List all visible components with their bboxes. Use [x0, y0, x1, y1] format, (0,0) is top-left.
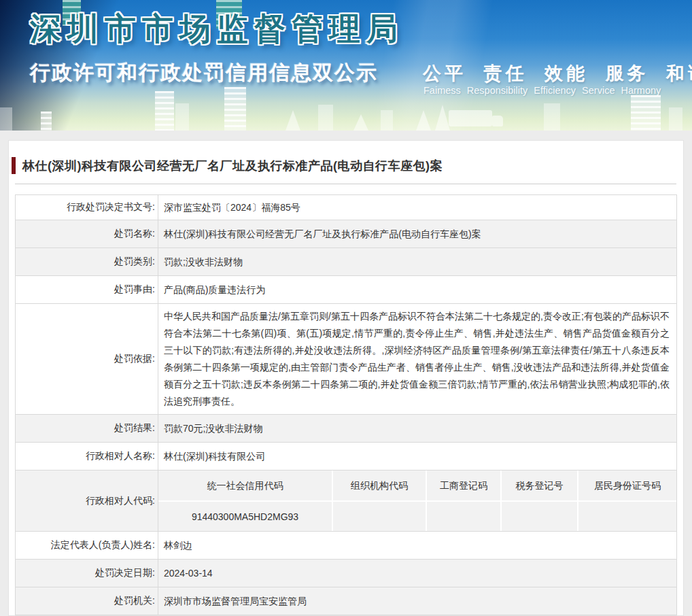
agency-title: 深圳市市场监督管理局 — [30, 8, 404, 50]
codes-cell-value — [426, 500, 500, 531]
codes-cell-value: 91440300MA5HD2MG93 — [158, 500, 332, 531]
row-label: 行政相对人名称: — [16, 443, 158, 470]
codes-column-header: 税务登记号 — [500, 470, 577, 500]
red-accent-bar — [12, 157, 16, 174]
row-value: 产品(商品)质量违法行为 — [158, 276, 676, 303]
row-value: 林剑边 — [158, 532, 676, 559]
case-title: 林仕(深圳)科技有限公司经营无厂名厂址及执行标准产品(电动自行车座包)案 — [22, 158, 443, 174]
codes-table: 统一社会信用代码组织机构代码工商登记码税务登记号居民身份证号码91440300M… — [158, 470, 676, 531]
table-row: 处罚结果:罚款70元;没收非法财物 — [16, 415, 676, 443]
detail-table: 行政处罚决定书文号:深市监宝处罚〔2024〕福海85号处罚名称:林仕(深圳)科技… — [15, 194, 677, 615]
row-value: 罚款70元;没收非法财物 — [158, 415, 676, 442]
row-value: 林仕(深圳)科技有限公司 — [158, 443, 676, 470]
row-label: 法定代表人(负责人)姓名: — [16, 532, 158, 559]
codes-column-header: 居民身份证号码 — [577, 470, 676, 500]
table-row: 处罚事由:产品(商品)质量违法行为 — [16, 276, 676, 304]
table-row: 处罚类别:罚款;没收非法财物 — [16, 248, 676, 276]
codes-column-header: 统一社会信用代码 — [158, 470, 332, 500]
row-value: 统一社会信用代码组织机构代码工商登记码税务登记号居民身份证号码91440300M… — [158, 470, 676, 531]
codes-cell-value — [500, 500, 577, 531]
row-label: 处罚事由: — [16, 276, 158, 303]
codes-column-header: 组织机构代码 — [332, 470, 426, 500]
truck-silhouette — [449, 110, 492, 126]
table-row: 处罚依据:中华人民共和国产品质量法/第五章罚则/第五十四条产品标识不符合本法第二… — [16, 304, 676, 415]
row-label: 处罚决定日期: — [16, 560, 158, 587]
table-row: 法定代表人(负责人)姓名:林剑边 — [16, 532, 676, 560]
content-card: 林仕(深圳)科技有限公司经营无厂名厂址及执行标准产品(电动自行车座包)案 行政处… — [8, 140, 684, 616]
table-row: 行政相对人名称:林仕(深圳)科技有限公司 — [16, 443, 676, 470]
row-value: 林仕(深圳)科技有限公司经营无厂名厂址及执行标准产品(电动自行车座包)案 — [158, 220, 676, 247]
row-label: 处罚机关: — [16, 587, 158, 615]
row-label: 处罚结果: — [16, 415, 158, 442]
banner: 深圳市市场监督管理局 行政许可和行政处罚信用信息双公示 公平 责任 效能 服务 … — [0, 0, 692, 131]
table-row: 处罚决定日期:2024-03-14 — [16, 560, 676, 587]
row-label: 行政相对人代码: — [16, 470, 158, 531]
codes-cell-value — [577, 500, 676, 531]
skyline-silhouette — [0, 69, 692, 131]
codes-cell-value — [332, 500, 426, 531]
table-row: 行政处罚决定书文号:深市监宝处罚〔2024〕福海85号 — [16, 195, 676, 220]
row-value: 深圳市市场监督管理局宝安监管局 — [158, 587, 676, 615]
row-label: 处罚依据: — [16, 304, 158, 414]
row-label: 处罚类别: — [16, 248, 158, 275]
table-row: 行政相对人代码:统一社会信用代码组织机构代码工商登记码税务登记号居民身份证号码9… — [16, 470, 676, 532]
case-title-row: 林仕(深圳)科技有限公司经营无厂名厂址及执行标准产品(电动自行车座包)案 — [12, 157, 676, 174]
row-value: 中华人民共和国产品质量法/第五章罚则/第五十四条产品标识不符合本法第二十七条规定… — [158, 304, 676, 414]
row-value: 深市监宝处罚〔2024〕福海85号 — [158, 195, 676, 220]
row-value: 2024-03-14 — [158, 560, 676, 587]
row-label: 行政处罚决定书文号: — [16, 195, 158, 220]
table-row: 处罚名称:林仕(深圳)科技有限公司经营无厂名厂址及执行标准产品(电动自行车座包)… — [16, 220, 676, 248]
row-value: 罚款;没收非法财物 — [158, 248, 676, 275]
table-row: 处罚机关:深圳市市场监督管理局宝安监管局 — [16, 587, 676, 615]
title-divider — [15, 184, 676, 184]
row-label: 处罚名称: — [16, 220, 158, 247]
codes-column-header: 工商登记码 — [426, 470, 500, 500]
